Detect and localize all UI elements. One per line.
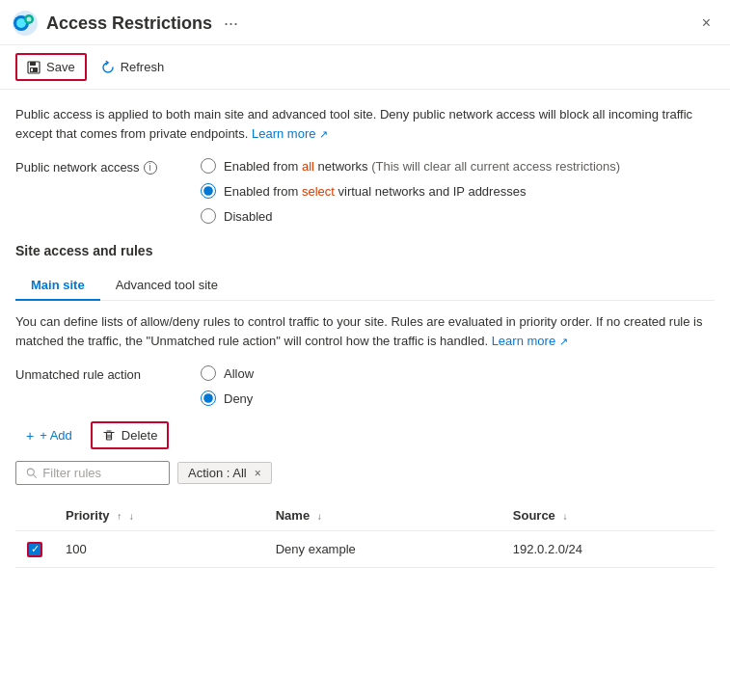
refresh-button[interactable]: Refresh: [91, 54, 176, 80]
title-bar: Access Restrictions ··· ×: [0, 0, 730, 45]
action-filter-label: Action : All: [188, 466, 247, 480]
refresh-icon: [101, 61, 115, 74]
external-link-icon-1: ↗: [319, 128, 328, 140]
svg-line-12: [33, 474, 36, 477]
external-link-icon-2: ↗: [559, 336, 568, 347]
site-tabs: Main site Advanced tool site: [15, 270, 715, 301]
public-network-option-select[interactable]: Enabled from select virtual networks and…: [201, 183, 620, 199]
row-name: Deny example: [264, 531, 501, 568]
header-priority: Priority ↑ ↓: [54, 500, 264, 531]
header-source: Source ↓: [501, 500, 715, 531]
close-button[interactable]: ×: [698, 11, 715, 36]
public-network-option-disabled[interactable]: Disabled: [201, 208, 620, 224]
unmatched-allow-option[interactable]: Allow: [201, 365, 254, 381]
more-options-icon[interactable]: ···: [224, 13, 238, 34]
header-checkbox-cell: [15, 500, 54, 531]
site-access-section: Site access and rules Main site Advanced…: [15, 243, 715, 568]
svg-rect-8: [31, 68, 33, 71]
page-title: Access Restrictions: [46, 13, 212, 34]
filter-rules-input[interactable]: [42, 466, 159, 480]
public-network-access-label: Public network access i: [15, 158, 170, 175]
filter-input-wrapper: [15, 461, 170, 485]
row-source: 192.0.2.0/24: [501, 531, 715, 568]
table-header-row: Priority ↑ ↓ Name ↓ Source ↓: [15, 500, 715, 531]
public-network-info-icon[interactable]: i: [144, 161, 157, 175]
svg-point-4: [27, 17, 32, 22]
name-sort-down-icon[interactable]: ↓: [317, 511, 322, 522]
radio-deny[interactable]: [201, 390, 216, 406]
delete-icon: [102, 429, 116, 443]
tab-advanced-tool-site[interactable]: Advanced tool site: [100, 270, 233, 300]
row-checkbox-checked[interactable]: [27, 542, 42, 557]
app-icon: [12, 10, 39, 37]
save-label: Save: [46, 60, 75, 74]
priority-sort-up-icon[interactable]: ↑: [117, 511, 122, 522]
filter-bar: Action : All ×: [15, 461, 715, 485]
learn-more-link-2[interactable]: Learn more ↗: [492, 334, 568, 348]
save-button[interactable]: Save: [15, 53, 87, 81]
info-description: Public access is applied to both main si…: [15, 105, 715, 143]
action-filter-close[interactable]: ×: [255, 467, 261, 480]
radio-disabled[interactable]: [201, 208, 216, 224]
table-row: 100 Deny example 192.0.2.0/24: [15, 531, 715, 568]
priority-sort-down-icon[interactable]: ↓: [129, 511, 134, 522]
site-access-description: You can define lists of allow/deny rules…: [15, 312, 715, 350]
delete-button[interactable]: Delete: [91, 421, 170, 449]
svg-rect-6: [30, 62, 36, 66]
header-name: Name ↓: [264, 500, 501, 531]
unmatched-rule-section: Unmatched rule action Allow Deny: [15, 365, 715, 406]
unmatched-deny-option[interactable]: Deny: [201, 390, 254, 406]
site-access-heading: Site access and rules: [15, 243, 715, 258]
toolbar: Save Refresh: [0, 45, 730, 90]
action-buttons: + + Add Delete: [15, 421, 715, 449]
unmatched-rule-label: Unmatched rule action: [15, 365, 170, 382]
tab-main-site[interactable]: Main site: [15, 270, 100, 300]
add-button[interactable]: + + Add: [15, 422, 83, 449]
radio-all-networks[interactable]: [201, 158, 216, 174]
delete-label: Delete: [122, 428, 158, 443]
save-icon: [27, 61, 41, 74]
learn-more-link-1[interactable]: Learn more ↗: [252, 126, 328, 141]
search-icon: [26, 467, 37, 479]
content-area: Public access is applied to both main si…: [0, 90, 730, 684]
table-body: 100 Deny example 192.0.2.0/24: [15, 531, 715, 568]
add-icon: +: [26, 428, 34, 444]
radio-select-networks[interactable]: [201, 183, 216, 199]
action-filter-tag: Action : All ×: [177, 462, 272, 484]
unmatched-rule-radio-group: Allow Deny: [201, 365, 254, 406]
title-left: Access Restrictions ···: [12, 10, 238, 37]
public-network-radio-group: Enabled from all networks (This will cle…: [201, 158, 620, 224]
source-sort-down-icon[interactable]: ↓: [562, 511, 567, 522]
row-checkbox-cell[interactable]: [15, 531, 54, 568]
rules-table: Priority ↑ ↓ Name ↓ Source ↓: [15, 500, 715, 568]
public-network-option-all[interactable]: Enabled from all networks (This will cle…: [201, 158, 620, 174]
refresh-label: Refresh: [121, 60, 165, 74]
radio-allow[interactable]: [201, 365, 216, 381]
table-header: Priority ↑ ↓ Name ↓ Source ↓: [15, 500, 715, 531]
row-priority: 100: [54, 531, 264, 568]
public-network-access-section: Public network access i Enabled from all…: [15, 158, 715, 224]
